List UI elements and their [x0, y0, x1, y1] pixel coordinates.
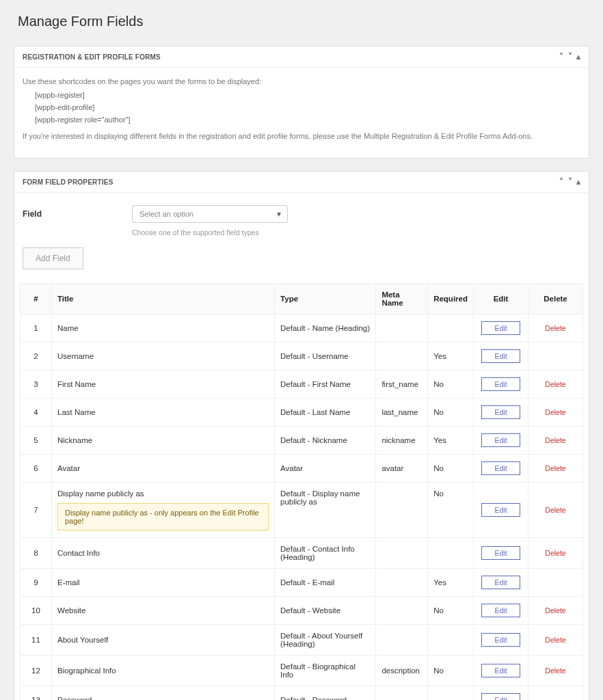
cell-meta [376, 314, 428, 342]
table-row: 11About YourselfDefault - About Yourself… [21, 625, 583, 656]
chevron-down-icon[interactable]: ˅ [568, 177, 572, 187]
cell-delete: Delete [528, 371, 583, 399]
cell-edit: Edit [474, 483, 528, 538]
edit-button[interactable]: Edit [481, 664, 520, 677]
cell-delete: Delete [528, 538, 583, 569]
add-field-button[interactable]: Add Field [23, 247, 83, 269]
edit-button[interactable]: Edit [481, 633, 520, 647]
cell-edit: Edit [474, 538, 528, 569]
cell-required: No [428, 455, 474, 483]
cell-delete [528, 569, 583, 597]
cell-delete: Delete [528, 597, 583, 625]
cell-title: Name [52, 314, 275, 342]
cell-edit: Edit [474, 371, 528, 399]
edit-button[interactable]: Edit [481, 576, 520, 589]
panel-form-field-properties: Form Field Properties ˄ ˅ ▴ Field Select… [14, 171, 589, 700]
cell-num: 12 [21, 656, 52, 686]
cell-num: 13 [21, 686, 52, 701]
col-required: Required [428, 284, 474, 314]
collapse-icon[interactable]: ▴ [576, 52, 580, 62]
panel-controls: ˄ ˅ ▴ [559, 52, 580, 62]
cell-delete [528, 342, 583, 371]
cell-required: No [428, 656, 474, 686]
cell-meta [376, 569, 428, 597]
cell-required [428, 686, 474, 701]
col-meta: Meta Name [376, 284, 428, 314]
table-row: 9E-mailDefault - E-mailYesEdit [21, 569, 583, 597]
cell-meta: last_name [376, 399, 428, 427]
delete-link[interactable]: Delete [545, 606, 565, 615]
cell-title: Display name publicly asDisplay name pub… [52, 483, 275, 538]
delete-link[interactable]: Delete [545, 380, 565, 388]
cell-meta [376, 483, 428, 538]
edit-button[interactable]: Edit [481, 546, 520, 560]
cell-meta [376, 686, 428, 701]
cell-num: 2 [21, 342, 52, 371]
row-notice: Display name publicly as - only appears … [57, 503, 269, 530]
cell-meta [376, 597, 428, 625]
cell-edit: Edit [474, 342, 528, 371]
field-type-select[interactable]: Select an option [132, 205, 288, 223]
cell-edit: Edit [474, 314, 528, 342]
edit-button[interactable]: Edit [481, 321, 520, 335]
panel-registration-forms: Registration & Edit Profile Forms ˄ ˅ ▴ … [14, 46, 589, 159]
shortcode-item: [wppb-edit-profile] [35, 103, 580, 111]
cell-type: Default - Password [275, 686, 376, 701]
delete-link[interactable]: Delete [545, 464, 565, 472]
cell-delete: Delete [528, 455, 583, 483]
cell-type: Default - About Yourself (Heading) [275, 625, 376, 656]
intro-text: Use these shortcodes on the pages you wa… [23, 77, 580, 85]
field-type-select-wrap: Select an option [132, 205, 288, 223]
cell-meta: description [376, 656, 428, 686]
table-row: 8Contact InfoDefault - Contact Info (Hea… [21, 538, 583, 569]
cell-required [428, 538, 474, 569]
delete-link[interactable]: Delete [545, 667, 565, 675]
edit-button[interactable]: Edit [481, 503, 520, 517]
edit-button[interactable]: Edit [481, 405, 520, 419]
cell-type: Avatar [275, 455, 376, 483]
cell-delete: Delete [528, 427, 583, 455]
delete-link[interactable]: Delete [545, 506, 565, 514]
delete-link[interactable]: Delete [545, 408, 565, 416]
cell-title: Nickname [52, 427, 275, 455]
cell-meta [376, 342, 428, 371]
cell-required: Yes [428, 569, 474, 597]
cell-meta: first_name [376, 371, 428, 399]
panel-header-title: Form Field Properties [23, 178, 113, 186]
cell-title: First Name [52, 371, 275, 399]
collapse-icon[interactable]: ▴ [576, 177, 580, 187]
cell-type: Default - Last Name [275, 399, 376, 427]
cell-edit: Edit [474, 455, 528, 483]
table-row: 3First NameDefault - First Namefirst_nam… [21, 371, 583, 399]
page-title: Manage Form Fields [18, 14, 589, 29]
col-num: # [21, 284, 52, 314]
chevron-up-icon[interactable]: ˄ [559, 52, 563, 62]
cell-delete: Delete [528, 483, 583, 538]
cell-required: No [428, 483, 474, 538]
chevron-down-icon[interactable]: ˅ [568, 52, 572, 62]
cell-title: E-mail [52, 569, 275, 597]
delete-link[interactable]: Delete [545, 549, 565, 557]
cell-type: Default - Contact Info (Heading) [275, 538, 376, 569]
table-row: 2UsernameDefault - UsernameYesEdit [21, 342, 583, 371]
delete-link[interactable]: Delete [545, 636, 565, 644]
chevron-up-icon[interactable]: ˄ [559, 177, 563, 187]
cell-delete: Delete [528, 656, 583, 686]
cell-meta: avatar [376, 455, 428, 483]
cell-delete: Delete [528, 314, 583, 342]
cell-type: Default - Username [275, 342, 376, 371]
cell-title: Username [52, 342, 275, 371]
cell-num: 4 [21, 399, 52, 427]
edit-button[interactable]: Edit [481, 433, 520, 447]
cell-title: Biographical Info [52, 656, 275, 686]
edit-button[interactable]: Edit [481, 461, 520, 475]
edit-button[interactable]: Edit [481, 349, 520, 363]
edit-button[interactable]: Edit [481, 693, 520, 700]
shortcode-list: [wppb-register] [wppb-edit-profile] [wpp… [35, 91, 580, 124]
edit-button[interactable]: Edit [481, 604, 520, 617]
table-row: 4Last NameDefault - Last Namelast_nameNo… [21, 399, 583, 427]
panel-header-title: Registration & Edit Profile Forms [23, 53, 161, 61]
delete-link[interactable]: Delete [545, 436, 565, 444]
edit-button[interactable]: Edit [481, 377, 520, 391]
delete-link[interactable]: Delete [545, 324, 565, 332]
